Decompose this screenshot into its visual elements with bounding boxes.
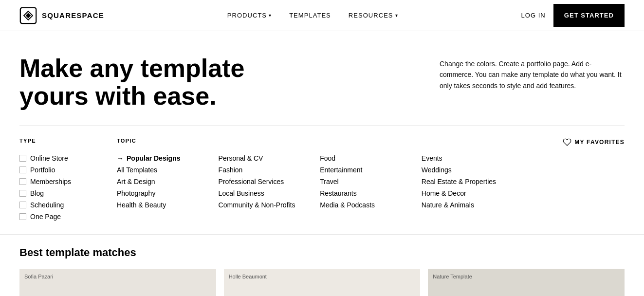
- nav-products[interactable]: PRODUCTS ▾: [227, 12, 272, 19]
- type-checkbox[interactable]: [19, 166, 26, 173]
- topic-item[interactable]: Health & Beauty: [117, 199, 219, 211]
- type-item[interactable]: Online Store: [19, 152, 117, 164]
- type-label: TYPE: [19, 138, 117, 144]
- topic-item[interactable]: Community & Non-Profits: [219, 199, 320, 211]
- type-item-label: One Page: [30, 213, 61, 221]
- navbar: SQUARESPACE PRODUCTS ▾ TEMPLATES RESOURC…: [0, 0, 644, 31]
- type-item[interactable]: Portfolio: [19, 164, 117, 176]
- my-favorites-label: MY FAVORITES: [574, 139, 625, 146]
- filter-row: MY FAVORITES TYPE Online StorePortfolioM…: [19, 126, 625, 222]
- topic-item[interactable]: Nature & Animals: [422, 199, 523, 211]
- topic-col-4: EventsWeddingsReal Estate & PropertiesHo…: [422, 152, 523, 211]
- type-item[interactable]: Scheduling: [19, 199, 117, 211]
- type-checkbox[interactable]: [19, 213, 26, 220]
- topic-item[interactable]: Food: [320, 152, 422, 164]
- topic-col-2: Personal & CVFashionProfessional Service…: [219, 152, 320, 211]
- best-matches-title: Best template matches: [19, 246, 625, 259]
- topic-item[interactable]: Photography: [117, 187, 219, 199]
- topic-item[interactable]: Restaurants: [320, 187, 422, 199]
- nav-templates[interactable]: TEMPLATES: [289, 12, 331, 19]
- logo[interactable]: SQUARESPACE: [19, 7, 104, 24]
- type-checkbox[interactable]: [19, 178, 26, 185]
- filter-section: MY FAVORITES TYPE Online StorePortfolioM…: [0, 126, 644, 234]
- type-item-label: Portfolio: [30, 166, 55, 174]
- heart-icon: [563, 138, 571, 147]
- type-filter-column: TYPE Online StorePortfolioMembershipsBlo…: [19, 138, 117, 222]
- topic-item[interactable]: Fashion: [219, 164, 320, 176]
- topic-item[interactable]: Events: [422, 152, 523, 164]
- topic-item[interactable]: Real Estate & Properties: [422, 176, 523, 187]
- hero-description: Change the colors. Create a portfolio pa…: [440, 55, 625, 91]
- type-checkbox[interactable]: [19, 202, 26, 208]
- nav-actions: LOG IN GET STARTED: [521, 4, 625, 27]
- type-checkbox[interactable]: [19, 190, 26, 197]
- topic-grid: Popular DesignsAll TemplatesArt & Design…: [117, 152, 625, 211]
- type-item[interactable]: Memberships: [19, 176, 117, 187]
- hero-title: Make any template yours with ease.: [19, 55, 253, 110]
- topic-item[interactable]: Travel: [320, 176, 422, 187]
- topic-item[interactable]: Art & Design: [117, 176, 219, 187]
- nav-resources[interactable]: RESOURCES ▾: [349, 12, 398, 19]
- type-item-label: Blog: [30, 189, 44, 197]
- topic-item[interactable]: Personal & CV: [219, 152, 320, 164]
- type-checkbox[interactable]: [19, 155, 26, 162]
- template-card[interactable]: Nature Template: [428, 269, 625, 296]
- topic-item-popular[interactable]: Popular Designs: [117, 152, 219, 164]
- topic-item[interactable]: Media & Podcasts: [320, 199, 422, 211]
- type-item[interactable]: One Page: [19, 211, 117, 222]
- topic-item[interactable]: Weddings: [422, 164, 523, 176]
- template-card[interactable]: Holle Beaumont: [224, 269, 421, 296]
- template-grid: Sofia PazariHolle BeaumontNature Templat…: [19, 269, 625, 296]
- products-chevron-icon: ▾: [269, 13, 272, 18]
- template-card[interactable]: Sofia Pazari: [19, 269, 216, 296]
- best-matches-section: Best template matches Sofia PazariHolle …: [0, 234, 644, 296]
- squarespace-logo-icon: [19, 7, 37, 24]
- topic-item[interactable]: Entertainment: [320, 164, 422, 176]
- type-item-label: Scheduling: [30, 201, 64, 209]
- topic-label: TOPIC: [117, 138, 625, 144]
- topic-item[interactable]: Home & Decor: [422, 187, 523, 199]
- type-item[interactable]: Blog: [19, 187, 117, 199]
- topic-item[interactable]: All Templates: [117, 164, 219, 176]
- login-link[interactable]: LOG IN: [521, 12, 545, 19]
- type-item-label: Memberships: [30, 178, 71, 185]
- hero-section: Make any template yours with ease. Chang…: [0, 31, 644, 126]
- topic-col-3: FoodEntertainmentTravelRestaurantsMedia …: [320, 152, 422, 211]
- topic-item[interactable]: Professional Services: [219, 176, 320, 187]
- topic-col-1: Popular DesignsAll TemplatesArt & Design…: [117, 152, 219, 211]
- get-started-button[interactable]: GET STARTED: [553, 4, 625, 27]
- logo-text: SQUARESPACE: [42, 11, 104, 19]
- my-favorites-button[interactable]: MY FAVORITES: [563, 138, 625, 147]
- resources-chevron-icon: ▾: [395, 13, 398, 18]
- type-item-label: Online Store: [30, 154, 68, 162]
- topic-filter-column: TOPIC Popular DesignsAll TemplatesArt & …: [117, 138, 625, 211]
- type-items: Online StorePortfolioMembershipsBlogSche…: [19, 152, 117, 222]
- topic-item[interactable]: Local Business: [219, 187, 320, 199]
- nav-links: PRODUCTS ▾ TEMPLATES RESOURCES ▾: [227, 12, 398, 19]
